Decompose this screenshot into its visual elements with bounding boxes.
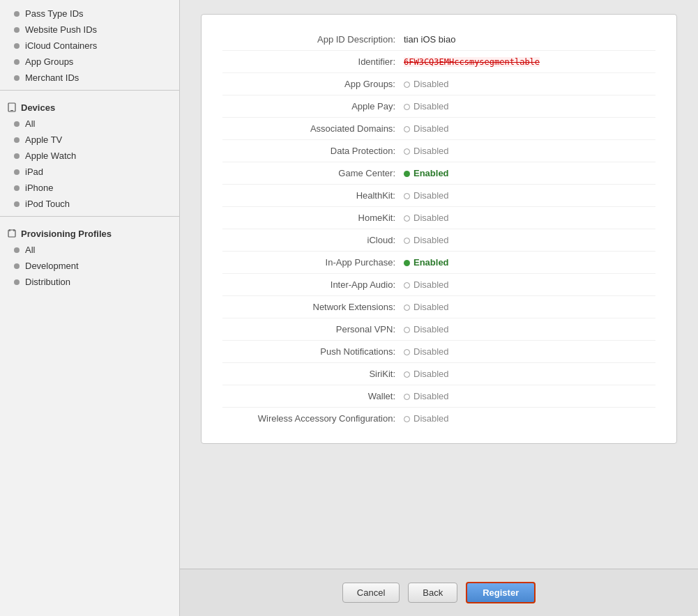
disabled-dot: [404, 371, 410, 378]
bullet-icon: [14, 185, 20, 191]
detail-row: iCloud:Disabled: [222, 229, 655, 252]
disabled-dot: [404, 82, 410, 88]
detail-row-label: Personal VPN:: [222, 324, 404, 334]
sidebar-item-all-profiles[interactable]: All: [0, 242, 179, 258]
disabled-dot: [404, 215, 410, 222]
disabled-dot: [404, 104, 410, 110]
detail-row: Network Extensions:Disabled: [222, 296, 655, 318]
detail-row-label: Network Extensions:: [222, 302, 404, 312]
detail-row: Apple Pay:Disabled: [222, 95, 655, 118]
sidebar-item-merchant-ids[interactable]: Merchant IDs: [0, 70, 179, 86]
disabled-dot: [404, 349, 410, 355]
detail-row: SiriKit:Disabled: [222, 363, 655, 385]
detail-row-value: tian iOS biao: [404, 34, 455, 45]
register-button[interactable]: Register: [466, 582, 536, 603]
detail-row-value: Disabled: [404, 369, 449, 379]
detail-row: Wireless Accessory Configuration:Disable…: [222, 408, 655, 429]
detail-row-label: Wallet:: [222, 391, 404, 401]
provisioning-header: Provisioning Profiles: [0, 221, 179, 242]
detail-row-label: HealthKit:: [222, 190, 404, 201]
sidebar-label: Distribution: [25, 277, 70, 287]
footer: Cancel Back Register: [180, 569, 698, 616]
disabled-dot: [404, 238, 410, 244]
sidebar-item-development[interactable]: Development: [0, 258, 179, 274]
disabled-dot: [404, 416, 410, 422]
detail-row: HealthKit:Disabled: [222, 185, 655, 207]
disabled-dot: [404, 193, 410, 199]
divider: [0, 216, 179, 217]
detail-row-label: iCloud:: [222, 235, 404, 245]
detail-row-label: App Groups:: [222, 79, 404, 89]
enabled-dot: [404, 260, 410, 266]
detail-row: Inter-App Audio:Disabled: [222, 274, 655, 296]
sidebar-label: Development: [25, 261, 79, 271]
sidebar: Pass Type IDs Website Push IDs iCloud Co…: [0, 0, 180, 616]
detail-row-value: Disabled: [404, 346, 449, 357]
detail-row-label: Data Protection:: [222, 146, 404, 156]
sidebar-label: Pass Type IDs: [25, 8, 84, 19]
detail-row-value: Enabled: [404, 168, 449, 178]
detail-row-value: Disabled: [404, 235, 449, 245]
devices-icon: [7, 102, 17, 113]
detail-row-value: Disabled: [404, 302, 449, 312]
bullet-icon: [14, 11, 20, 17]
detail-row-label: Inter-App Audio:: [222, 279, 404, 290]
detail-row-value: Disabled: [404, 146, 449, 156]
sidebar-item-iphone[interactable]: iPhone: [0, 180, 179, 196]
bullet-icon: [14, 247, 20, 253]
detail-row: Associated Domains:Disabled: [222, 118, 655, 140]
back-button[interactable]: Back: [408, 583, 457, 603]
detail-row-label: HomeKit:: [222, 213, 404, 223]
bullet-icon: [14, 263, 20, 269]
detail-row-value: 6FW3CQ3EMHccsmysegmentlable: [404, 57, 540, 67]
sidebar-item-app-groups[interactable]: App Groups: [0, 54, 179, 70]
detail-row-value: Disabled: [404, 79, 449, 89]
sidebar-label: iPad: [25, 167, 43, 177]
bullet-icon: [14, 137, 20, 143]
detail-row-value: Disabled: [404, 413, 449, 424]
detail-panel: App ID Description:tian iOS biaoIdentifi…: [201, 14, 677, 444]
devices-title: Devices: [21, 102, 55, 113]
detail-row-value: Disabled: [404, 324, 449, 334]
sidebar-item-apple-tv[interactable]: Apple TV: [0, 132, 179, 148]
sidebar-item-ipod-touch[interactable]: iPod Touch: [0, 196, 179, 212]
bullet-icon: [14, 43, 20, 49]
detail-row: Push Notifications:Disabled: [222, 341, 655, 363]
sidebar-item-pass-type-ids[interactable]: Pass Type IDs: [0, 6, 179, 22]
disabled-dot: [404, 148, 410, 155]
cancel-button[interactable]: Cancel: [342, 583, 400, 603]
bullet-icon: [14, 27, 20, 33]
sidebar-item-website-push-ids[interactable]: Website Push IDs: [0, 22, 179, 38]
detail-row: Wallet:Disabled: [222, 385, 655, 408]
provisioning-title: Provisioning Profiles: [21, 229, 112, 239]
sidebar-item-icloud-containers[interactable]: iCloud Containers: [0, 38, 179, 54]
sidebar-item-ipad[interactable]: iPad: [0, 164, 179, 180]
disabled-dot: [404, 305, 410, 311]
bullet-icon: [14, 121, 20, 127]
devices-header: Devices: [0, 95, 179, 116]
detail-row: Data Protection:Disabled: [222, 140, 655, 162]
bullet-icon: [14, 169, 20, 175]
bullet-icon: [14, 279, 20, 285]
disabled-dot: [404, 126, 410, 132]
sidebar-item-distribution[interactable]: Distribution: [0, 274, 179, 290]
sidebar-item-all-devices[interactable]: All: [0, 116, 179, 132]
sidebar-item-apple-watch[interactable]: Apple Watch: [0, 148, 179, 164]
detail-row-value: Disabled: [404, 190, 449, 201]
detail-row-label: Identifier:: [222, 56, 404, 67]
detail-row-value: Disabled: [404, 213, 449, 223]
detail-row-label: Wireless Accessory Configuration:: [222, 413, 404, 424]
sidebar-label: Apple TV: [25, 134, 62, 145]
sidebar-label: iPhone: [25, 183, 53, 193]
sidebar-label: All: [25, 245, 35, 255]
bullet-icon: [14, 153, 20, 159]
detail-row-value: Disabled: [404, 391, 449, 401]
content-scroll: App ID Description:tian iOS biaoIdentifi…: [180, 0, 698, 569]
detail-row-value: Enabled: [404, 257, 449, 268]
detail-row: Game Center:Enabled: [222, 162, 655, 185]
bullet-icon: [14, 59, 20, 65]
detail-row-label: App ID Description:: [222, 34, 404, 45]
bullet-icon: [14, 75, 20, 81]
detail-row-label: SiriKit:: [222, 369, 404, 379]
content-area: App ID Description:tian iOS biaoIdentifi…: [180, 0, 698, 616]
